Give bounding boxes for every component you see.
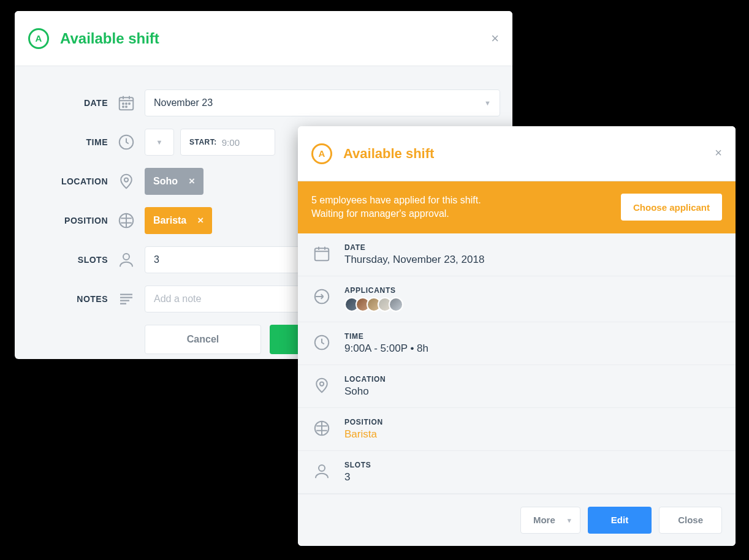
position-label: POSITION [344, 418, 722, 426]
applicants-label: APPLICANTS [344, 286, 722, 295]
date-row: DATE November 23 ▼ [27, 89, 500, 116]
slots-label: SLOTS [27, 255, 108, 265]
svg-point-2 [126, 103, 127, 104]
slots-row: SLOTS 3 [298, 451, 736, 494]
calendar-icon [115, 92, 137, 114]
applicants-row: APPLICANTS [298, 276, 736, 322]
modal-header: A Available shift × [15, 11, 512, 66]
start-label: START: [189, 138, 217, 146]
slots-value: 3 [344, 471, 722, 483]
slots-label: SLOTS [344, 461, 722, 469]
time-row: TIME 9:00A - 5:00P • 8h [298, 322, 736, 365]
person-icon [311, 461, 332, 482]
person-icon [115, 249, 137, 271]
arrow-in-icon [311, 286, 332, 307]
svg-point-13 [320, 382, 324, 385]
banner-text: 5 employees have applied for this shift.… [311, 194, 481, 221]
close-button[interactable]: Close [659, 507, 722, 534]
clock-icon [311, 332, 332, 353]
cancel-button[interactable]: Cancel [145, 325, 261, 354]
choose-applicant-button[interactable]: Choose applicant [621, 194, 722, 221]
remove-location-icon[interactable]: × [189, 175, 195, 187]
position-label: POSITION [27, 216, 108, 225]
applicants-banner: 5 employees have applied for this shift.… [298, 181, 736, 233]
position-chip-label: Barista [153, 215, 186, 226]
location-row: LOCATION Soho [298, 365, 736, 408]
banner-line2: Waiting for manager's approval. [311, 207, 481, 221]
app-logo-icon: A [311, 143, 332, 164]
time-value: 9:00A - 5:00P • 8h [344, 342, 722, 355]
banner-line1: 5 employees have applied for this shift. [311, 194, 481, 207]
modal-title: Available shift [60, 30, 159, 47]
calendar-icon [311, 243, 332, 264]
modal-header: A Available shift × [298, 126, 736, 181]
date-value: Thursday, November 23, 2018 [344, 254, 722, 266]
date-row: DATE Thursday, November 23, 2018 [298, 233, 736, 276]
date-label: DATE [344, 243, 722, 252]
app-logo-icon: A [28, 28, 49, 49]
chevron-down-icon: ▼ [484, 99, 491, 107]
time-label: TIME [344, 332, 722, 341]
chevron-down-icon: ▼ [156, 138, 163, 146]
svg-point-3 [129, 103, 130, 104]
location-chip-label: Soho [153, 176, 178, 187]
location-value: Soho [344, 385, 722, 398]
time-template-select[interactable]: ▼ [145, 129, 174, 156]
avatar[interactable] [389, 297, 403, 312]
more-dropdown[interactable]: More [520, 507, 580, 534]
position-icon [115, 210, 137, 232]
date-select[interactable]: November 23 ▼ [145, 89, 500, 116]
notes-icon [115, 288, 137, 310]
date-label: DATE [27, 98, 108, 108]
svg-point-1 [123, 103, 124, 104]
clock-icon [115, 131, 137, 153]
svg-point-9 [123, 254, 129, 260]
location-pin-icon [115, 170, 137, 192]
view-shift-modal: A Available shift × 5 employees have app… [298, 126, 736, 546]
notes-label: NOTES [27, 294, 108, 304]
edit-button[interactable]: Edit [588, 507, 652, 534]
position-chip: Barista × [145, 207, 212, 234]
start-value: 9:00 [222, 137, 240, 148]
date-value: November 23 [154, 97, 213, 108]
location-chip: Soho × [145, 168, 203, 195]
location-pin-icon [311, 375, 332, 396]
modal-title: Available shift [343, 146, 434, 162]
close-icon[interactable]: × [715, 146, 722, 160]
time-label: TIME [27, 137, 108, 147]
svg-point-7 [124, 178, 128, 181]
start-time-input[interactable]: START: 9:00 [180, 129, 275, 156]
position-row: POSITION Barista [298, 408, 736, 451]
svg-point-15 [319, 465, 325, 471]
location-label: LOCATION [344, 375, 722, 384]
svg-point-5 [126, 106, 127, 107]
location-label: LOCATION [27, 176, 108, 186]
svg-point-4 [123, 106, 124, 107]
view-actions: More Edit Close [298, 494, 736, 546]
applicant-avatars[interactable] [344, 297, 722, 312]
remove-position-icon[interactable]: × [197, 214, 203, 227]
position-icon [311, 418, 332, 439]
svg-rect-10 [315, 248, 329, 260]
close-icon[interactable]: × [491, 31, 499, 47]
position-value: Barista [344, 428, 722, 441]
